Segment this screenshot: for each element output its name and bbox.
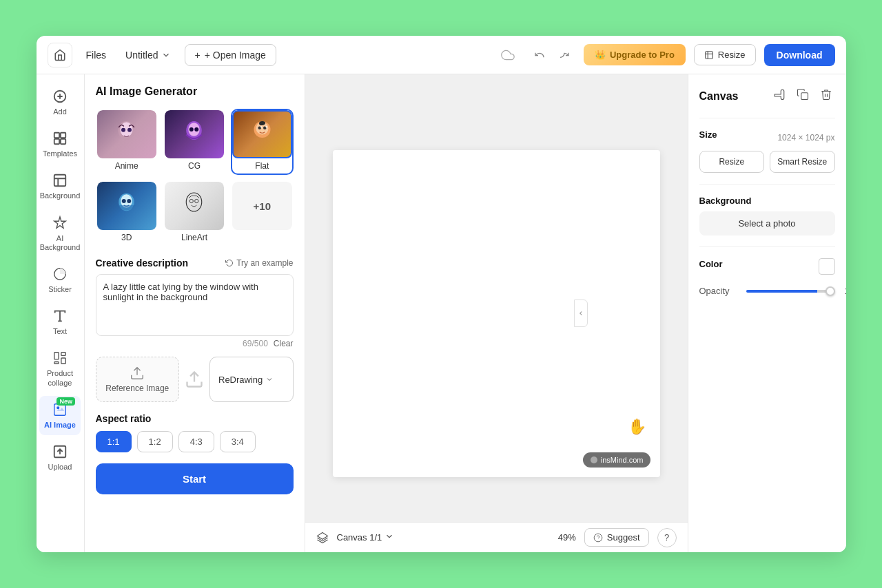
sidebar-item-add[interactable]: Add xyxy=(39,83,81,122)
sidebar-item-ai-background-label: AI Background xyxy=(40,234,81,252)
collapse-panel-button[interactable] xyxy=(574,300,588,327)
svg-marker-40 xyxy=(317,532,327,539)
sidebar-item-ai-background[interactable]: AI Background xyxy=(39,209,81,258)
canvas-footer: Canvas 1/1 49% Suggest ? xyxy=(305,522,688,552)
format-paint-button[interactable] xyxy=(770,85,788,107)
undo-button[interactable] xyxy=(529,44,551,66)
svg-point-23 xyxy=(189,127,194,132)
divider xyxy=(185,357,204,402)
aspect-ratio-section: Aspect ratio 1:1 1:2 4:3 3:4 xyxy=(96,413,294,452)
undo-redo-group xyxy=(529,44,575,66)
cloud-button[interactable] xyxy=(495,43,520,67)
copy-button[interactable] xyxy=(794,85,812,107)
smart-resize-button[interactable]: Smart Resize xyxy=(770,151,835,173)
size-section: Size 1024 × 1024 px Resize Smart Resize xyxy=(699,129,835,173)
upload-icon xyxy=(52,443,68,460)
sidebar-item-ai-image[interactable]: New AI Image xyxy=(39,396,81,435)
sidebar-item-upload[interactable]: Upload xyxy=(39,438,81,477)
reference-image-box[interactable]: Reference Image xyxy=(96,357,180,402)
opacity-slider[interactable] xyxy=(746,290,835,293)
suggest-button[interactable]: Suggest xyxy=(584,528,649,547)
background-icon xyxy=(52,172,68,189)
lineart-label: LineArt xyxy=(165,230,224,245)
size-row: Size 1024 × 1024 px xyxy=(699,129,835,145)
plus-icon: + xyxy=(195,50,201,61)
home-button[interactable] xyxy=(48,43,72,67)
sidebar-item-templates[interactable]: Templates xyxy=(39,125,81,164)
ai-image-icon: New xyxy=(52,401,68,418)
svg-rect-4 xyxy=(54,133,59,138)
divider-2 xyxy=(699,184,835,185)
style-grid: Anime CG Flat xyxy=(96,109,294,246)
svg-point-30 xyxy=(265,126,267,127)
add-icon xyxy=(52,88,68,105)
sidebar-item-product-collage[interactable]: Product collage xyxy=(39,344,81,392)
svg-point-34 xyxy=(122,199,126,203)
textarea-footer: 69/500 Clear xyxy=(96,339,294,348)
color-section: Color xyxy=(699,258,835,275)
sidebar: Add Templates Background AI Background xyxy=(37,74,85,552)
main-body: Add Templates Background AI Background xyxy=(37,74,846,552)
upload-ref-icon xyxy=(130,366,145,381)
size-title: Size xyxy=(699,129,717,140)
aspect-1-2[interactable]: 1:2 xyxy=(137,431,173,452)
start-button[interactable]: Start xyxy=(96,463,294,494)
open-image-button[interactable]: + + Open Image xyxy=(185,44,276,66)
product-collage-icon xyxy=(52,350,68,366)
right-panel: Canvas Size 1024 × xyxy=(688,74,846,552)
style-3d[interactable]: 3D xyxy=(96,180,158,246)
select-photo-button[interactable]: Select a photo xyxy=(699,211,835,235)
ai-background-icon xyxy=(52,215,68,231)
svg-point-19 xyxy=(121,127,125,132)
redrawing-button[interactable]: ReDrawing xyxy=(209,357,294,402)
reference-image-label: Reference Image xyxy=(105,384,169,393)
style-cg[interactable]: CG xyxy=(163,109,225,175)
flat-label: Flat xyxy=(232,158,291,174)
svg-point-29 xyxy=(260,126,262,127)
style-anime[interactable]: Anime xyxy=(96,109,158,175)
creative-description-title: Creative description xyxy=(96,258,189,269)
try-example-button[interactable]: Try an example xyxy=(225,258,293,268)
divider-1 xyxy=(699,118,835,118)
download-button[interactable]: Download xyxy=(764,44,835,66)
help-button[interactable]: ? xyxy=(657,528,677,547)
canvas[interactable]: insMind.com ✋ xyxy=(333,150,660,477)
panel-title: AI Image Generator xyxy=(96,85,294,98)
sidebar-item-sticker[interactable]: Sticker xyxy=(39,260,81,300)
sidebar-item-background-label: Background xyxy=(40,191,81,200)
svg-point-20 xyxy=(127,127,132,132)
aspect-1-1[interactable]: 1:1 xyxy=(96,431,132,452)
ai-image-panel: AI Image Generator Anime CG xyxy=(85,74,305,552)
sidebar-item-text[interactable]: Text xyxy=(39,302,81,342)
right-panel-header: Canvas xyxy=(699,85,835,107)
description-textarea[interactable] xyxy=(96,274,294,336)
style-lineart[interactable]: LineArt xyxy=(163,180,225,246)
canvas-page-arrow[interactable] xyxy=(384,532,394,543)
background-section: Background Select a photo xyxy=(699,196,835,235)
style-flat[interactable]: Flat xyxy=(231,109,293,175)
resize-button[interactable]: Resize xyxy=(699,151,765,173)
style-more[interactable]: +10 xyxy=(231,180,293,246)
color-swatch[interactable] xyxy=(819,258,835,275)
layers-button[interactable] xyxy=(316,532,329,544)
aspect-3-4[interactable]: 3:4 xyxy=(220,431,256,452)
templates-icon xyxy=(52,130,68,147)
more-styles-count: +10 xyxy=(232,182,291,230)
resize-header-button[interactable]: Resize xyxy=(694,44,756,65)
svg-rect-0 xyxy=(706,51,713,59)
files-nav[interactable]: Files xyxy=(81,47,112,63)
cg-thumb xyxy=(165,110,224,158)
sidebar-item-background[interactable]: Background xyxy=(39,167,81,206)
delete-button[interactable] xyxy=(817,85,835,107)
opacity-value: 100 xyxy=(841,286,846,296)
aspect-4-3[interactable]: 4:3 xyxy=(178,431,214,452)
sticker-icon xyxy=(52,266,68,282)
flat-thumb xyxy=(232,110,291,158)
title-dropdown[interactable]: Untitled xyxy=(120,47,176,63)
clear-button[interactable]: Clear xyxy=(274,339,294,348)
sidebar-item-upload-label: Upload xyxy=(48,463,72,472)
redo-button[interactable] xyxy=(553,44,575,66)
upgrade-button[interactable]: 👑 Upgrade to Pro xyxy=(584,44,686,65)
anime-label: Anime xyxy=(97,158,156,174)
sidebar-item-add-label: Add xyxy=(53,107,67,116)
